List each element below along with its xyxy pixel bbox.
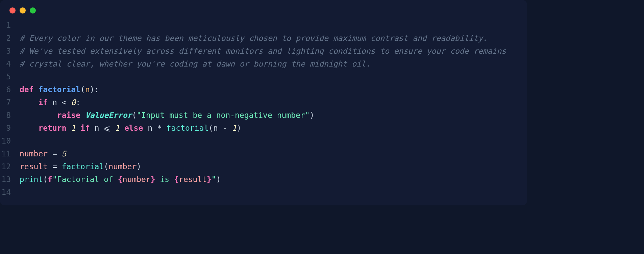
code-line: 6 def factorial(n):: [0, 83, 527, 96]
param-token: n: [85, 85, 90, 94]
line-number: 14: [0, 186, 20, 199]
code-line: 4 # crystal clear, whether you're coding…: [0, 57, 527, 70]
operator-token: *: [157, 124, 162, 132]
punct-token: (: [208, 124, 213, 132]
keyword-token: if: [80, 124, 90, 132]
builtin-token: ValueError: [85, 111, 132, 120]
close-icon[interactable]: [9, 7, 16, 14]
operator-token: ⩽: [104, 124, 110, 132]
comment-token: # Every color in our theme has been meti…: [20, 34, 488, 43]
function-call-token: factorial: [62, 162, 104, 171]
line-number: 3: [0, 45, 20, 57]
brace-token: }: [207, 175, 212, 184]
number-token: 1: [115, 124, 120, 132]
number-token: 5: [62, 149, 67, 158]
number-token: 1: [71, 124, 76, 132]
string-token: is: [155, 175, 174, 184]
code-line: 10: [0, 134, 527, 147]
number-token: 1: [232, 124, 237, 132]
keyword-token: if: [38, 98, 48, 107]
code-line: 11 number = 5: [0, 147, 527, 160]
keyword-token: raise: [57, 111, 80, 120]
operator-token: =: [52, 149, 57, 158]
brace-token: {: [118, 175, 123, 184]
code-line: 13 print(f"Factorial of {number} is {res…: [0, 173, 527, 186]
minimize-icon[interactable]: [20, 7, 26, 14]
editor-window: 1 2 # Every color in our theme has been …: [0, 0, 527, 205]
line-number: 8: [0, 109, 20, 122]
punct-token: (: [132, 111, 137, 120]
brace-token: }: [151, 175, 155, 184]
identifier-token: n: [95, 124, 99, 132]
string-token: ": [212, 175, 216, 184]
operator-token: <: [62, 98, 67, 107]
keyword-token: else: [124, 124, 143, 132]
punct-token: (: [43, 175, 48, 184]
function-def-token: factorial: [38, 85, 80, 94]
variable-token: result: [20, 162, 48, 171]
line-number: 6: [0, 83, 20, 96]
identifier-token: n: [213, 124, 218, 132]
variable-token: number: [20, 149, 48, 158]
code-line: 9 return 1 if n ⩽ 1 else n * factorial(n…: [0, 122, 527, 134]
identifier-token: n: [148, 124, 152, 132]
string-token: "Input must be a non-negative number": [137, 111, 309, 120]
operator-token: -: [223, 124, 227, 132]
number-token: 0: [71, 98, 76, 107]
code-area[interactable]: 1 2 # Every color in our theme has been …: [0, 17, 527, 199]
line-number: 10: [0, 134, 20, 147]
variable-token: result: [179, 175, 207, 184]
zoom-icon[interactable]: [30, 7, 36, 14]
punct-token: ):: [90, 85, 99, 94]
variable-token: number: [123, 175, 151, 184]
code-line: 8 raise ValueError("Input must be a non-…: [0, 109, 527, 122]
punct-token: ): [310, 111, 315, 120]
string-token: "Factorial of: [52, 175, 118, 184]
line-number: 13: [0, 173, 20, 186]
comment-token: # crystal clear, whether you're coding a…: [20, 59, 371, 68]
line-number: 12: [0, 160, 20, 173]
punct-token: ): [237, 124, 241, 132]
function-call-token: factorial: [167, 124, 209, 132]
code-line: 1: [0, 19, 527, 32]
titlebar: [0, 0, 527, 17]
line-number: 9: [0, 122, 20, 134]
variable-token: number: [108, 162, 137, 171]
line-number: 2: [0, 32, 20, 45]
code-line: 5: [0, 70, 527, 83]
punct-token: ): [216, 175, 221, 184]
code-line: 3 # We've tested extensively across diff…: [0, 45, 527, 57]
code-line: 14: [0, 186, 527, 199]
function-call-token: print: [20, 175, 43, 184]
brace-token: {: [174, 175, 179, 184]
keyword-token: def: [20, 85, 34, 94]
line-number: 11: [0, 147, 20, 160]
punct-token: (: [80, 85, 85, 94]
code-line: 2 # Every color in our theme has been me…: [0, 32, 527, 45]
punct-token: (: [104, 162, 108, 171]
line-number: 7: [0, 96, 20, 109]
comment-token: # We've tested extensively across differ…: [20, 47, 506, 55]
operator-token: =: [52, 162, 57, 171]
code-line: 7 if n < 0:: [0, 96, 527, 109]
punct-token: ): [137, 162, 141, 171]
punct-token: :: [76, 98, 80, 107]
line-number: 4: [0, 57, 20, 70]
keyword-token: return: [38, 124, 66, 132]
code-line: 12 result = factorial(number): [0, 160, 527, 173]
identifier-token: n: [52, 98, 57, 107]
line-number: 5: [0, 70, 20, 83]
line-number: 1: [0, 19, 20, 32]
fstring-prefix-token: f: [48, 175, 52, 184]
